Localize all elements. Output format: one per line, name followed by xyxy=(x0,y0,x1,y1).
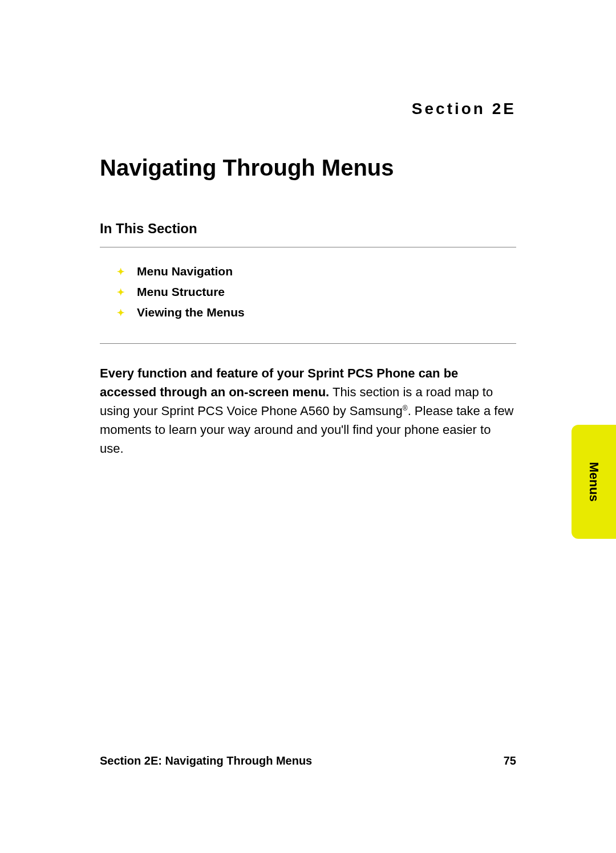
list-item: Viewing the Menus xyxy=(117,306,516,319)
section-bullet-list: Menu Navigation Menu Structure Viewing t… xyxy=(100,254,516,336)
list-item: Menu Structure xyxy=(117,285,516,299)
page-title: Navigating Through Menus xyxy=(100,155,516,181)
side-tab-menus: Menus xyxy=(572,425,616,539)
footer-section-title: Section 2E: Navigating Through Menus xyxy=(100,754,312,767)
list-item: Menu Navigation xyxy=(117,265,516,278)
divider-bottom xyxy=(100,343,516,344)
page-footer: Section 2E: Navigating Through Menus 75 xyxy=(100,754,516,767)
section-label: Section 2E xyxy=(100,100,516,118)
divider-top xyxy=(100,247,516,247)
registered-mark: ® xyxy=(403,404,408,412)
page-number: 75 xyxy=(504,754,516,767)
intro-paragraph: Every function and feature of your Sprin… xyxy=(100,364,516,458)
in-this-section-heading: In This Section xyxy=(100,221,516,237)
side-tab-label: Menus xyxy=(586,462,601,502)
document-page: Section 2E Navigating Through Menus In T… xyxy=(0,0,616,853)
